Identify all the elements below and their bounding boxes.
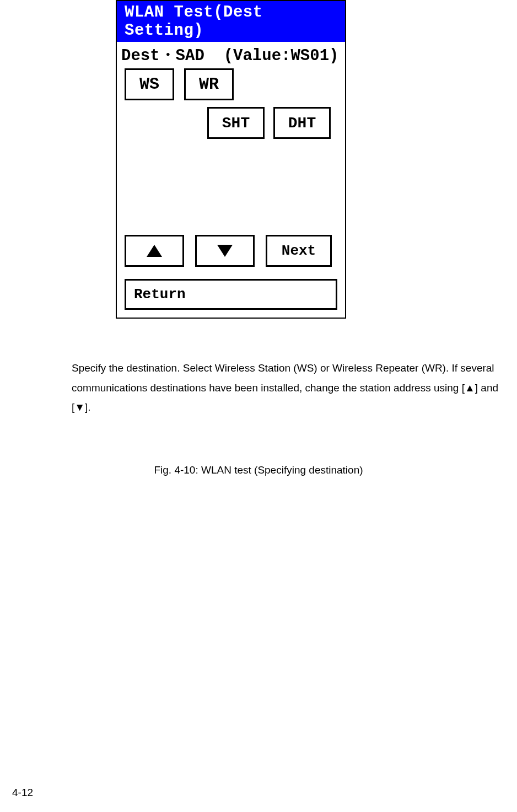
type-button-row: WS WR bbox=[117, 67, 345, 103]
mid-button-row: SHT DHT bbox=[117, 103, 345, 141]
down-arrow-button[interactable] bbox=[195, 235, 255, 267]
title-bar: WLAN Test(Dest Setting) bbox=[117, 1, 345, 42]
wlan-panel: WLAN Test(Dest Setting) Dest・SAD (Value:… bbox=[116, 0, 346, 319]
instruction-text: Specify the destination. Select Wireless… bbox=[72, 358, 507, 417]
nav-button-row: Next bbox=[117, 141, 345, 269]
page: WLAN Test(Dest Setting) Dest・SAD (Value:… bbox=[0, 0, 517, 812]
ws-button[interactable]: WS bbox=[125, 68, 174, 100]
dht-button[interactable]: DHT bbox=[273, 107, 331, 139]
next-button[interactable]: Next bbox=[266, 235, 332, 267]
up-arrow-button[interactable] bbox=[125, 235, 184, 267]
dest-value-line: Dest・SAD (Value:WS01) bbox=[117, 42, 345, 67]
return-button[interactable]: Return bbox=[125, 279, 337, 310]
wr-button[interactable]: WR bbox=[184, 68, 234, 100]
page-number: 4-12 bbox=[12, 787, 33, 799]
sht-button[interactable]: SHT bbox=[207, 107, 265, 139]
figure-caption: Fig. 4-10: WLAN test (Specifying destina… bbox=[0, 464, 517, 476]
